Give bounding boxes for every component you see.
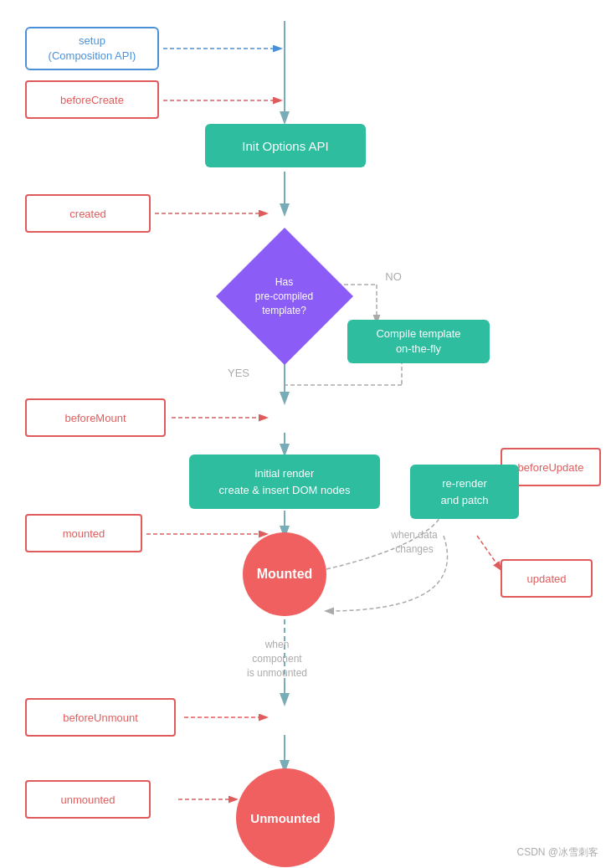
unmounted-hook-node: unmounted: [25, 780, 151, 819]
no-label: NO: [381, 268, 406, 285]
unmounted-circle-node: Unmounted: [236, 768, 335, 867]
before-create-node: beforeCreate: [25, 80, 159, 119]
before-mount-node: beforeMount: [25, 398, 166, 437]
init-options-api-node: Init Options API: [205, 124, 366, 167]
mounted-circle-node: Mounted: [243, 532, 326, 616]
svg-line-23: [477, 536, 501, 569]
when-data-changes-label: when data changes: [377, 526, 452, 559]
when-unmounted-label: when component is unmounted: [239, 636, 315, 682]
yes-label: YES: [222, 364, 255, 381]
setup-node: setup (Composition API): [25, 27, 159, 70]
mounted-hook-node: mounted: [25, 514, 142, 552]
compile-template-node: Compile template on-the-fly: [347, 320, 490, 363]
re-render-node: re-render and patch: [410, 465, 519, 519]
diagram-container: setup (Composition API) beforeCreate Ini…: [0, 0, 611, 868]
watermark: CSDN @冰雪刺客: [516, 845, 598, 860]
initial-render-node: initial render create & insert DOM nodes: [189, 455, 380, 509]
has-template-diamond: Has pre-compiled template?: [216, 228, 353, 365]
created-node: created: [25, 194, 151, 233]
before-unmount-node: beforeUnmount: [25, 698, 176, 737]
updated-node: updated: [501, 559, 593, 598]
